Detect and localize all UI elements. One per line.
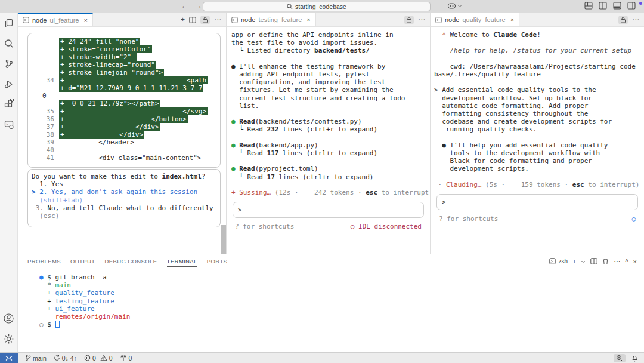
text-segment: └ Read bbox=[231, 149, 267, 157]
secondary-sidebar-icon[interactable] bbox=[627, 2, 636, 10]
tab-node-testing-feature[interactable]: node testing_feature × bbox=[227, 13, 316, 26]
text-segment: └ Read bbox=[231, 173, 267, 181]
line-number bbox=[32, 38, 59, 45]
code-line: 36+ </button> bbox=[32, 115, 216, 123]
panel-tab-ports[interactable]: PORTS bbox=[207, 256, 228, 267]
line-number bbox=[32, 45, 59, 53]
nav-back-icon[interactable]: ← bbox=[181, 1, 188, 10]
tab-node-quality-feature[interactable]: node quality_feature × bbox=[431, 13, 519, 26]
toggle-panel-icon[interactable] bbox=[613, 2, 621, 10]
terminal-line: Black for code formatting and proper bbox=[434, 157, 644, 165]
close-icon[interactable]: × bbox=[83, 17, 87, 24]
line-number: 36 bbox=[32, 115, 59, 123]
lock-icon[interactable] bbox=[404, 16, 414, 24]
code-text: + </button> bbox=[59, 115, 188, 123]
code-line: 40 bbox=[32, 146, 216, 154]
panel-tab-problems[interactable]: PROBLEMS bbox=[27, 256, 61, 267]
text-segment: └ Read bbox=[231, 125, 267, 133]
claude-session-output: * Welcome to Claude Code! /help for help… bbox=[431, 27, 644, 189]
split-terminal-icon[interactable] bbox=[590, 258, 597, 264]
zoom-in-indicator[interactable] bbox=[614, 354, 626, 362]
shortcuts-hint: ? for shortcuts bbox=[235, 223, 294, 230]
text-segment: $ bbox=[47, 273, 55, 281]
claude-input[interactable]: > bbox=[436, 194, 638, 210]
terminal-line: ○ $ bbox=[39, 321, 644, 328]
command-center-search[interactable]: starting_codebase bbox=[203, 2, 431, 11]
terminal-line: + ui_feature bbox=[39, 305, 644, 313]
terminal-line: development scripts. bbox=[434, 165, 644, 173]
nav-forward-icon[interactable]: → bbox=[194, 1, 202, 10]
code-line: + stroke-width="2" bbox=[32, 53, 216, 61]
lock-icon[interactable] bbox=[618, 16, 628, 24]
code-text: + stroke-width="2" bbox=[59, 53, 137, 61]
copilot-button[interactable] bbox=[447, 2, 462, 10]
close-icon[interactable]: × bbox=[306, 16, 310, 23]
shortcuts-hint: ? for shortcuts bbox=[439, 215, 498, 223]
panel-tabs: PROBLEMSOUTPUTDEBUG CONSOLETERMINALPORTS bbox=[27, 256, 227, 267]
account-icon[interactable] bbox=[0, 308, 18, 328]
maximize-panel-icon[interactable]: ^ bbox=[625, 258, 628, 265]
new-terminal-button[interactable]: + bbox=[181, 16, 185, 24]
tab-node-ui-feature[interactable]: node ui_feature × bbox=[18, 13, 93, 26]
source-control-icon[interactable] bbox=[0, 54, 18, 74]
text-segment: > Add essential code quality tools to th… bbox=[434, 86, 596, 94]
terminal-line: ● I'll enhance the testing framework by bbox=[231, 63, 430, 70]
lock-icon[interactable] bbox=[200, 16, 210, 24]
code-text: + stroke-linejoin="round"> bbox=[59, 69, 164, 76]
run-debug-icon[interactable] bbox=[0, 74, 18, 94]
panel-tab-output[interactable]: OUTPUT bbox=[70, 256, 95, 267]
text-segment: (backend/app.py) bbox=[255, 141, 318, 149]
panel-tab-debug-console[interactable]: DEBUG CONSOLE bbox=[104, 256, 157, 267]
terminal-line: remotes/origin/main bbox=[39, 313, 644, 321]
text-segment: $ bbox=[47, 321, 55, 328]
terminal-shell-item[interactable]: zsh bbox=[549, 258, 568, 264]
settings-gear-icon[interactable] bbox=[0, 328, 18, 349]
git-branch-item[interactable]: main bbox=[25, 355, 47, 362]
close-panel-icon[interactable]: × bbox=[633, 258, 637, 265]
code-line: 35+ </svg> bbox=[32, 107, 216, 115]
more-actions-icon[interactable]: ⋯ bbox=[614, 257, 620, 265]
ports-item[interactable]: 0 bbox=[120, 355, 132, 362]
text-segment: + bbox=[39, 297, 55, 305]
edit-permission-dialog[interactable]: Do you want to make this edit to index.h… bbox=[27, 169, 221, 227]
window-accent-dot bbox=[639, 2, 642, 5]
text-segment: ● bbox=[231, 118, 239, 125]
remote-tools-icon[interactable]: >_ bbox=[0, 115, 18, 135]
text-segment: running quality checks. bbox=[434, 125, 537, 133]
scrollbar-thumb[interactable] bbox=[221, 225, 226, 254]
more-actions-icon[interactable]: ⋯ bbox=[632, 16, 639, 24]
close-icon[interactable]: × bbox=[510, 16, 514, 23]
new-terminal-button[interactable]: + bbox=[572, 258, 576, 265]
problems-item[interactable]: 0 0 bbox=[84, 355, 113, 362]
editor-group-quality-feature: node quality_feature × ⋯ * Welcome to Cl… bbox=[431, 13, 644, 254]
text-segment: · bbox=[434, 181, 446, 189]
more-actions-icon[interactable]: ⋯ bbox=[214, 16, 221, 24]
text-segment: configuration, and improving the test bbox=[231, 78, 385, 86]
more-actions-icon[interactable]: ⋯ bbox=[418, 16, 425, 24]
trash-icon[interactable] bbox=[602, 258, 609, 265]
extensions-icon[interactable] bbox=[0, 94, 18, 115]
code-text: + stroke-linecap="round" bbox=[59, 61, 156, 69]
claude-input[interactable]: > bbox=[233, 202, 424, 218]
bell-icon[interactable] bbox=[631, 355, 638, 362]
git-sync-item[interactable]: 0↓ 4↑ bbox=[54, 355, 77, 362]
split-editor-icon[interactable] bbox=[189, 17, 196, 23]
code-text: + stroke="currentColor" bbox=[59, 45, 152, 53]
terminal-output[interactable]: ● $ git branch -a * main + quality_featu… bbox=[18, 268, 644, 328]
terminal-line: · Clauding… (5s · 159 tokens · esc to in… bbox=[434, 181, 644, 189]
text-segment: I'll enhance the testing framework by bbox=[239, 63, 385, 70]
files-icon[interactable] bbox=[0, 13, 18, 33]
search-sidebar-icon[interactable] bbox=[0, 33, 18, 54]
edit-diff-preview: + 24 24" fill="none"+ stroke="currentCol… bbox=[27, 33, 221, 168]
panel-tab-terminal[interactable]: TERMINAL bbox=[167, 256, 197, 267]
line-number: 39 bbox=[32, 139, 59, 146]
remote-indicator[interactable] bbox=[0, 353, 18, 363]
chevron-down-icon[interactable] bbox=[581, 259, 586, 264]
text-segment: ! bbox=[537, 31, 541, 39]
terminal-line: cwd: /Users/hawraasalami/Projects/starti… bbox=[434, 63, 644, 70]
customize-layout-icon[interactable] bbox=[584, 2, 593, 10]
line-number: 0 bbox=[32, 92, 59, 100]
split-editor-icon[interactable] bbox=[599, 2, 607, 10]
terminal-line: > Add essential code quality tools to th… bbox=[434, 86, 644, 94]
text-segment: adding API endpoint tests, pytest bbox=[231, 70, 370, 78]
